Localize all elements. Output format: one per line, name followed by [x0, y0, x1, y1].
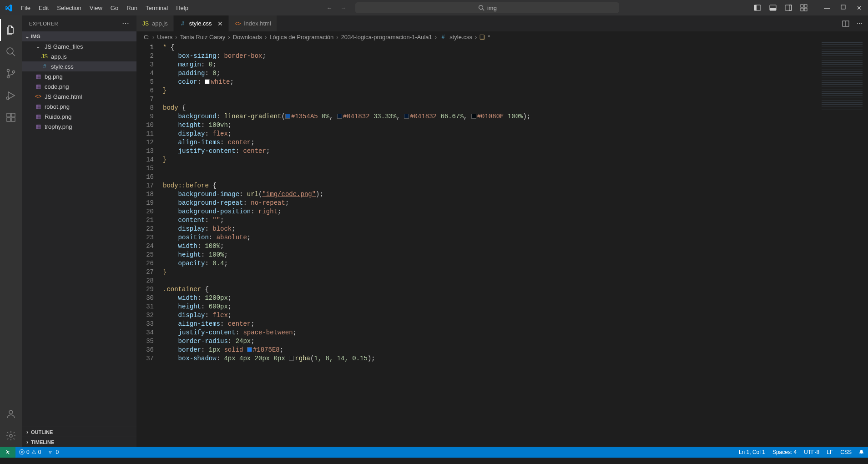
- svg-rect-11: [804, 8, 807, 11]
- svg-point-16: [7, 76, 10, 78]
- chevron-down-icon: ⌄: [24, 33, 31, 40]
- nav-back-icon[interactable]: ←: [326, 5, 332, 11]
- folder-name: IMG: [31, 34, 40, 39]
- svg-rect-21: [11, 118, 15, 121]
- code-content[interactable]: * { box-sizing: border-box; margin: 0; p…: [163, 42, 868, 447]
- chevron-down-icon: ⌄: [35, 43, 42, 50]
- image-file-icon: ▦: [35, 73, 42, 80]
- svg-point-18: [6, 97, 9, 100]
- status-notifications[interactable]: 🔔︎: [855, 449, 868, 455]
- tree-file[interactable]: JS app.js: [22, 51, 136, 61]
- css-file-icon: #: [439, 34, 447, 40]
- timeline-header[interactable]: › TIMELINE: [22, 437, 136, 447]
- status-bar: ⓧ0 ⚠0 ᯤ0 Ln 1, Col 1 Spaces: 4 UTF-8 LF …: [0, 447, 868, 458]
- tree-file[interactable]: ▦ trophy.png: [22, 121, 136, 131]
- tree-file[interactable]: ▦ Ruido.png: [22, 111, 136, 121]
- antenna-icon: ᯤ: [48, 449, 54, 455]
- svg-rect-8: [801, 5, 803, 7]
- maximize-icon[interactable]: [841, 5, 846, 11]
- tree-file[interactable]: ▦ code.png: [22, 81, 136, 91]
- menu-go[interactable]: Go: [107, 3, 122, 13]
- code-editor[interactable]: 1234567891011121314151617181920212223242…: [136, 42, 868, 447]
- tree-file[interactable]: ▦ robot.png: [22, 101, 136, 111]
- outline-header[interactable]: › OUTLINE: [22, 427, 136, 437]
- activity-source-control[interactable]: [0, 63, 22, 85]
- svg-rect-10: [801, 8, 803, 11]
- folder-section-header[interactable]: ⌄ IMG: [22, 31, 136, 41]
- chevron-right-icon: ›: [24, 439, 31, 445]
- tab-close-icon[interactable]: ✕: [217, 20, 223, 27]
- toggle-panel-icon[interactable]: [769, 4, 777, 11]
- activity-settings[interactable]: [0, 425, 22, 447]
- svg-point-17: [13, 71, 15, 73]
- minimize-icon[interactable]: —: [824, 5, 830, 11]
- tab-stylecss[interactable]: # style.css ✕: [174, 15, 229, 31]
- error-icon: ⓧ: [19, 449, 25, 456]
- toggle-primary-sidebar-icon[interactable]: [754, 4, 761, 11]
- tree-file-label: bg.png: [45, 73, 63, 80]
- git-branch-icon: [5, 68, 16, 79]
- svg-rect-9: [804, 5, 807, 7]
- account-icon: [5, 409, 16, 419]
- menu-help[interactable]: Help: [172, 3, 192, 13]
- svg-rect-6: [785, 5, 792, 10]
- explorer-more-icon[interactable]: ⋯: [122, 19, 130, 28]
- status-eol[interactable]: LF: [823, 449, 837, 455]
- toggle-secondary-sidebar-icon[interactable]: [785, 4, 792, 11]
- status-problems[interactable]: ⓧ0 ⚠0: [15, 447, 45, 458]
- activity-run-debug[interactable]: [0, 85, 22, 106]
- title-bar: File Edit Selection View Go Run Terminal…: [0, 0, 868, 15]
- line-gutter: 1234567891011121314151617181920212223242…: [136, 42, 163, 447]
- tree-file[interactable]: ▦ bg.png: [22, 71, 136, 81]
- status-encoding[interactable]: UTF-8: [800, 449, 823, 455]
- tree-file-label: trophy.png: [45, 123, 72, 130]
- activity-explorer[interactable]: [0, 19, 22, 41]
- remote-icon: [5, 449, 11, 455]
- activity-search[interactable]: [0, 41, 22, 63]
- activity-bar: [0, 15, 22, 447]
- activity-accounts[interactable]: [0, 403, 22, 425]
- status-language[interactable]: CSS: [837, 449, 855, 455]
- svg-rect-3: [754, 5, 757, 10]
- command-center[interactable]: img: [355, 2, 619, 13]
- more-actions-icon[interactable]: ⋯: [857, 20, 863, 27]
- svg-rect-7: [789, 5, 792, 10]
- tree-file[interactable]: <> JS Game.html: [22, 91, 136, 101]
- search-icon: [478, 5, 484, 11]
- css-file-icon: #: [179, 20, 187, 27]
- svg-line-14: [12, 53, 15, 56]
- close-icon[interactable]: ✕: [857, 5, 862, 11]
- customize-layout-icon[interactable]: [800, 4, 807, 11]
- editor-tabs: JS app.js # style.css ✕ <> index.html ⋯: [136, 15, 868, 31]
- js-file-icon: JS: [142, 20, 149, 27]
- search-icon: [5, 46, 16, 57]
- status-indent[interactable]: Spaces: 4: [769, 449, 800, 455]
- tree-file[interactable]: # style.css: [22, 61, 136, 71]
- breadcrumbs[interactable]: C:› Users› Tania Ruiz Garay› Downloads› …: [136, 31, 868, 42]
- menu-selection[interactable]: Selection: [53, 3, 85, 13]
- explorer-sidebar: EXPLORER ⋯ ⌄ IMG ⌄ JS Game_files JS app.…: [22, 15, 136, 447]
- tab-indexhtml[interactable]: <> index.html: [229, 15, 277, 31]
- menu-file[interactable]: File: [17, 3, 34, 13]
- minimap[interactable]: [822, 42, 863, 111]
- menu-terminal[interactable]: Terminal: [142, 3, 172, 13]
- activity-extensions[interactable]: [0, 106, 22, 128]
- split-editor-icon[interactable]: [842, 20, 849, 27]
- chevron-right-icon: ›: [24, 429, 31, 435]
- status-cursor[interactable]: Ln 1, Col 1: [735, 449, 769, 455]
- svg-point-23: [9, 410, 13, 414]
- tab-appjs[interactable]: JS app.js: [136, 15, 174, 31]
- nav-forward-icon[interactable]: →: [340, 5, 346, 11]
- tree-file-label: app.js: [51, 53, 67, 60]
- tree-folder[interactable]: ⌄ JS Game_files: [22, 41, 136, 51]
- status-ports[interactable]: ᯤ0: [45, 447, 62, 458]
- svg-line-1: [483, 9, 484, 11]
- explorer-title: EXPLORER: [29, 21, 58, 26]
- menu-edit[interactable]: Edit: [35, 3, 52, 13]
- menu-view[interactable]: View: [86, 3, 106, 13]
- remote-indicator[interactable]: [0, 447, 15, 458]
- menu-run[interactable]: Run: [123, 3, 141, 13]
- svg-rect-20: [7, 118, 10, 121]
- svg-rect-5: [770, 8, 776, 10]
- tree-file-label: robot.png: [45, 103, 70, 110]
